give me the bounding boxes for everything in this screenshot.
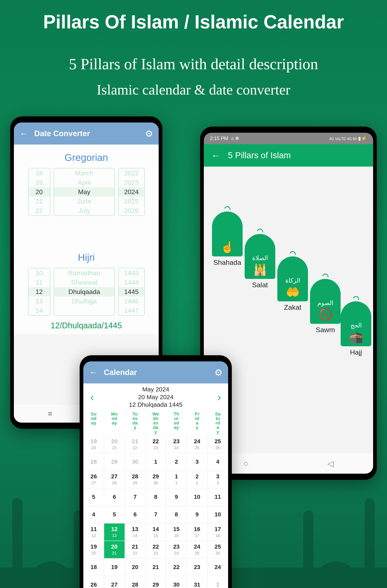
chevron-right-icon[interactable]: › — [215, 390, 224, 404]
calendar-day-cell[interactable]: 23 — [187, 558, 207, 576]
calendar-day-cell[interactable]: 5 — [104, 506, 125, 523]
calendar-day-cell[interactable]: 2021 — [104, 541, 125, 558]
pillar-shahada[interactable]: ☝ Shahada — [212, 211, 243, 266]
calendar-day-cell[interactable]: 29 — [104, 453, 125, 471]
gregorian-day-number: 24 — [194, 544, 200, 550]
calendar-day-cell[interactable]: 2829 — [125, 471, 145, 488]
hijri-day-picker[interactable]: 10 11 12 13 14 — [28, 268, 50, 316]
calendar-day-cell[interactable]: 2324 — [166, 541, 187, 558]
gregorian-day-number: 23 — [173, 544, 179, 550]
calendar-day-cell[interactable]: 2425 — [187, 541, 207, 558]
salat-icon: 🕌 — [253, 263, 267, 276]
gregorian-month-picker[interactable]: March April May June July — [54, 168, 115, 216]
calendar-day-cell[interactable]: 1112 — [83, 523, 104, 541]
calendar-day-cell[interactable]: 1415 — [145, 523, 166, 541]
hijri-day-number: 3 — [217, 481, 219, 485]
calendar-day-cell[interactable]: 1213 — [104, 523, 125, 541]
gregorian-day-number: 6 — [133, 511, 137, 518]
calendar-day-cell[interactable]: 2324 — [166, 436, 187, 453]
calendar-day-cell[interactable]: 9 — [187, 506, 207, 523]
calendar-day-cell[interactable]: 1718 — [208, 523, 228, 541]
calendar-day-cell[interactable]: 2930 — [145, 471, 166, 488]
calendar-day-cell[interactable]: 2223 — [145, 436, 166, 453]
calendar-day-cell[interactable]: 6 — [104, 488, 125, 506]
calendar-day-cell[interactable]: 2021 — [104, 436, 125, 453]
calendar-day-cell[interactable]: 22 — [187, 471, 207, 488]
pillar-zakat[interactable]: الزكاة🤲 Zakat — [277, 256, 308, 311]
calendar-day-cell[interactable]: 30 — [125, 453, 145, 471]
calendar-day-cell[interactable]: 2 — [166, 453, 187, 471]
calendar-day-cell[interactable]: 21 — [145, 558, 166, 576]
back-icon[interactable]: ← — [89, 368, 98, 377]
gregorian-year-picker[interactable]: 2022 2023 2024 2025 2026 — [118, 168, 145, 216]
gregorian-day-number: 25 — [215, 544, 221, 550]
calendar-day-cell[interactable]: 10 — [187, 488, 207, 506]
hijri-year-picker[interactable]: 1443 1444 1445 1446 1447 — [118, 268, 145, 316]
calendar-day-cell[interactable]: 7 — [125, 488, 145, 506]
hijri-day-number: 30 — [153, 481, 158, 485]
calendar-day-cell[interactable]: 2526 — [208, 436, 228, 453]
gear-icon[interactable]: ⚙ — [145, 128, 153, 139]
gregorian-day-number: 8 — [154, 494, 157, 500]
calendar-day-cell[interactable]: 27 — [104, 576, 125, 588]
calendar-day-cell[interactable]: 1920 — [83, 436, 104, 453]
calendar-day-cell[interactable]: 2728 — [104, 471, 125, 488]
calendar-day-cell[interactable]: 1516 — [166, 523, 187, 541]
calendar-day-cell[interactable]: 1 — [145, 453, 166, 471]
calendar-day-cell[interactable]: 31 — [187, 576, 207, 588]
nav-home-icon[interactable]: ○ — [243, 459, 248, 468]
calendar-day-cell[interactable]: 1617 — [187, 523, 207, 541]
gregorian-day-number: 22 — [152, 544, 159, 550]
calendar-day-cell[interactable]: 11 — [208, 488, 228, 506]
calendar-day-cell[interactable]: 1 — [208, 576, 228, 588]
gregorian-day-number: 3 — [195, 459, 199, 465]
calendar-day-cell[interactable]: 24 — [208, 558, 228, 576]
calendar-day-cell[interactable]: 8 — [166, 506, 187, 523]
calendar-day-cell[interactable]: 1314 — [125, 523, 145, 541]
calendar-day-cell[interactable]: 2425 — [187, 436, 207, 453]
weekday-label: Tu es da y — [125, 411, 145, 436]
calendar-day-cell[interactable]: 2122 — [125, 436, 145, 453]
calendar-day-cell[interactable]: 9 — [166, 488, 187, 506]
calendar-day-cell[interactable]: 30 — [166, 576, 187, 588]
calendar-day-cell[interactable]: 5 — [83, 488, 104, 506]
back-icon[interactable]: ← — [20, 129, 28, 138]
gregorian-day-picker[interactable]: 18 19 20 21 22 — [28, 168, 50, 216]
calendar-day-cell[interactable]: 22 — [166, 558, 187, 576]
pillar-salat[interactable]: الصلاة🕌 Salat — [245, 234, 275, 289]
calendar-day-cell[interactable]: 20 — [125, 558, 145, 576]
calendar-day-cell[interactable]: 19 — [104, 558, 125, 576]
calendar-day-cell[interactable]: 18 — [83, 558, 104, 576]
calendar-day-cell[interactable]: 10 — [208, 506, 228, 523]
calendar-day-cell[interactable]: 6 — [125, 506, 145, 523]
calendar-day-cell[interactable]: 28 — [83, 453, 104, 471]
calendar-day-cell[interactable]: 2122 — [125, 541, 145, 558]
calendar-day-cell[interactable]: 7 — [145, 506, 166, 523]
chevron-left-icon[interactable]: ‹ — [87, 390, 97, 404]
calendar-day-cell[interactable]: 29 — [145, 576, 166, 588]
gregorian-day-number: 15 — [173, 526, 179, 532]
gregorian-day-number: 30 — [173, 582, 179, 588]
hijri-day-number: 18 — [215, 533, 220, 538]
gregorian-day-number: 31 — [194, 582, 200, 588]
pillar-hajj[interactable]: الحج🕋 Hajj — [341, 301, 371, 356]
calendar-day-cell[interactable]: 2223 — [145, 541, 166, 558]
calendar-day-cell[interactable]: 3 — [187, 453, 207, 471]
calendar-day-cell[interactable]: 1920 — [83, 541, 104, 558]
pillar-sawm[interactable]: الصوم🚫 Sawm — [310, 279, 341, 334]
calendar-day-cell[interactable]: 33 — [208, 471, 228, 488]
calendar-day-cell[interactable]: 4 — [83, 506, 104, 523]
calendar-day-cell[interactable]: 26 — [83, 576, 104, 588]
calendar-day-cell[interactable]: 11 — [166, 471, 187, 488]
nav-menu-icon[interactable]: ≡ — [48, 409, 52, 418]
nav-back-icon[interactable]: ◁ — [327, 459, 334, 468]
gear-icon[interactable]: ⚙ — [215, 367, 222, 378]
back-icon[interactable]: ← — [211, 150, 220, 161]
calendar-day-cell[interactable]: 2627 — [83, 471, 104, 488]
hijri-month-picker[interactable]: Ramadhan Shawwal Dhulqaada Dhulhijja — [54, 268, 115, 316]
gregorian-day-number: 20 — [111, 438, 117, 445]
calendar-day-cell[interactable]: 2526 — [208, 541, 228, 558]
calendar-day-cell[interactable]: 28 — [125, 576, 145, 588]
calendar-day-cell[interactable]: 8 — [145, 488, 166, 506]
calendar-day-cell[interactable]: 4 — [208, 453, 228, 471]
